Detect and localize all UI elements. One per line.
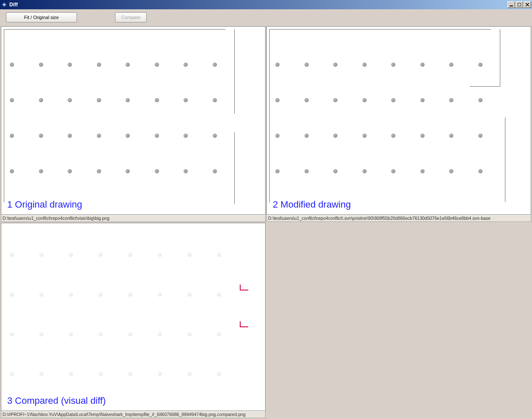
canvas-compared[interactable]: 3 Compared (visual diff) — [1, 223, 266, 411]
panel-modified: 2 Modified drawing D:\test\users\u1_conf… — [266, 26, 531, 222]
path-modified: D:\test\users\u1_conflict\repo4conflict\… — [266, 215, 531, 222]
fit-original-size-button[interactable]: Fit / Original size — [6, 12, 77, 22]
svg-rect-3 — [518, 3, 521, 6]
panel-compared: 3 Compared (visual diff) D:\#PROFI~1\Nac… — [1, 223, 266, 419]
window-title: Diff — [9, 2, 507, 8]
panel-label-original: 1 Original drawing — [7, 199, 82, 210]
panels-grid: 1 Original drawing D:\test\users\u1_conf… — [0, 25, 532, 419]
panel-label-modified: 2 Modified drawing — [273, 199, 351, 210]
maximize-button[interactable] — [516, 1, 523, 8]
toolbar: Fit / Original size Compare — [0, 9, 532, 25]
canvas-modified[interactable]: 2 Modified drawing — [266, 26, 531, 215]
panel-label-compared: 3 Compared (visual diff) — [7, 395, 106, 406]
close-button[interactable] — [524, 1, 531, 8]
svg-point-1 — [3, 4, 5, 5]
window-controls — [507, 1, 531, 8]
minimize-button[interactable] — [507, 1, 515, 8]
path-original: D:\test\users\u1_conflict\repo4conflict\… — [1, 215, 266, 222]
path-compared: D:\#PROFI~1\Nachitov.YuV\AppData\Local\T… — [1, 411, 266, 418]
panel-empty — [266, 223, 531, 419]
panel-original: 1 Original drawing D:\test\users\u1_conf… — [1, 26, 266, 222]
app-icon — [1, 1, 8, 8]
titlebar: Diff — [0, 0, 532, 9]
canvas-original[interactable]: 1 Original drawing — [1, 26, 266, 215]
compare-button[interactable]: Compare — [115, 12, 147, 22]
svg-rect-2 — [510, 5, 513, 6]
